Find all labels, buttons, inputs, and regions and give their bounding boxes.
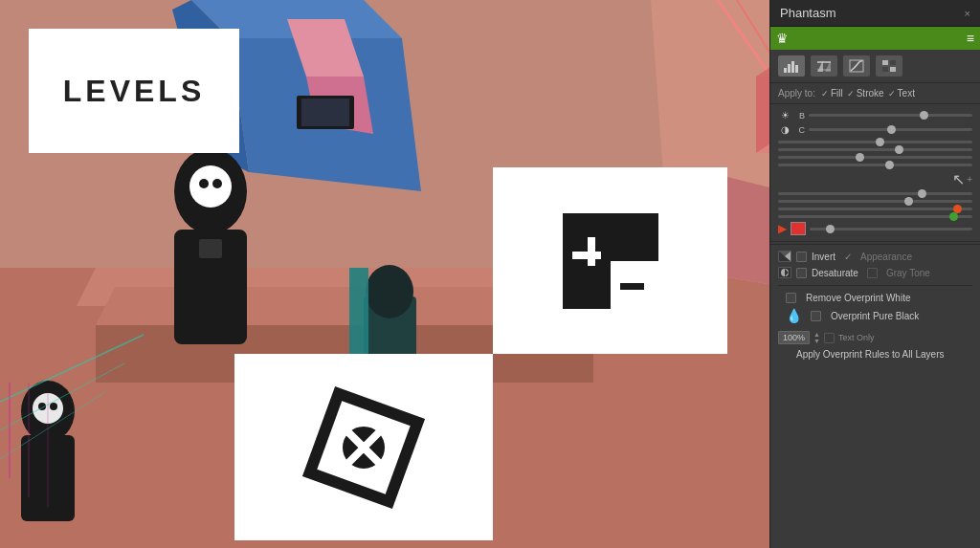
long-slider-green[interactable]	[778, 215, 972, 218]
color-swatch-row: ▶	[770, 218, 980, 239]
divider-1	[770, 241, 980, 242]
svg-point-15	[199, 179, 209, 188]
long-slider-4[interactable]	[778, 164, 972, 166]
overprint-black-label: Overprint Pure Black	[831, 311, 919, 321]
cursor-plus-icon: +	[967, 174, 972, 185]
desaturate-row: Desaturate Gray Tone	[778, 267, 972, 278]
contrast-thumb[interactable]	[887, 125, 896, 134]
plus-minus-icon	[548, 199, 673, 323]
appearance-label: Appearance	[860, 252, 912, 262]
slider-5-thumb[interactable]	[918, 189, 926, 198]
svg-rect-53	[791, 61, 794, 73]
slider-4-thumb[interactable]	[885, 161, 894, 169]
graytone-label: Gray Tone	[886, 268, 930, 278]
circle-slash-card	[234, 354, 493, 540]
long-slider-orange[interactable]	[778, 208, 972, 210]
invert-checkbox[interactable]	[796, 252, 807, 262]
slider-green-thumb[interactable]	[949, 212, 958, 221]
stroke-checkbox[interactable]: ✓ Stroke	[847, 88, 884, 99]
cursor-area: ↖ +	[770, 166, 980, 192]
svg-rect-41	[588, 237, 595, 266]
svg-rect-7	[301, 99, 349, 126]
long-slider-5[interactable]	[778, 192, 972, 195]
text-only-checkbox[interactable]	[824, 333, 835, 343]
levels-card: LEVELS	[29, 29, 239, 153]
svg-point-16	[212, 179, 222, 188]
plus-minus-card	[493, 167, 727, 354]
circle-slash-icon	[297, 381, 431, 515]
color-arrow-icon[interactable]: ▶	[778, 222, 787, 235]
contrast-row: ◑ C	[778, 124, 972, 135]
levels-label: LEVELS	[63, 74, 205, 109]
slider-row-2	[778, 148, 972, 151]
svg-rect-63	[890, 67, 896, 72]
contrast-slider[interactable]	[809, 128, 972, 131]
gradient-tool-button[interactable]	[811, 55, 837, 77]
apply-rules-row: Apply Overprint Rules to All Layers	[770, 346, 980, 362]
desaturate-icon	[778, 267, 791, 278]
crown-icon: ♛	[776, 31, 789, 46]
desaturate-checkbox[interactable]	[796, 268, 807, 278]
percentage-arrows[interactable]: ▲ ▼	[813, 331, 820, 344]
apply-to-row: Apply to: ✓ Fill ✓ Stroke ✓ Text	[770, 83, 980, 104]
remove-overprint-label: Remove Overprint White	[806, 293, 910, 303]
c-label: C	[795, 125, 805, 135]
slider-row-4	[778, 164, 972, 166]
svg-point-19	[366, 265, 413, 318]
remove-overprint-checkbox[interactable]	[786, 293, 796, 303]
brightness-slider[interactable]	[809, 114, 972, 117]
color-slider[interactable]	[810, 228, 972, 230]
svg-rect-60	[882, 60, 888, 65]
percentage-value[interactable]: 100%	[778, 331, 810, 344]
curves-tool-button[interactable]	[843, 55, 870, 77]
svg-rect-40	[572, 252, 601, 259]
crown-bar: ♛ ≡	[770, 27, 980, 50]
svg-rect-17	[199, 239, 222, 258]
pattern-tool-button[interactable]	[876, 55, 902, 77]
pct-up-arrow[interactable]: ▲	[813, 331, 820, 338]
slider-row-3	[778, 156, 972, 159]
fill-checkbox[interactable]: ✓ Fill	[821, 88, 843, 99]
desaturate-label: Desaturate	[812, 268, 858, 278]
contrast-icon: ◑	[778, 124, 791, 135]
fill-label: Fill	[831, 88, 843, 99]
overprint-black-checkbox[interactable]	[811, 311, 821, 321]
color-swatch[interactable]	[791, 222, 806, 235]
slider-row-1	[778, 141, 972, 143]
tool-icons-row	[770, 50, 980, 83]
long-slider-3[interactable]	[778, 156, 972, 159]
color-slider-thumb[interactable]	[826, 225, 835, 233]
drop-icon: 💧	[786, 308, 802, 323]
slider-row-6	[778, 200, 972, 203]
svg-rect-61	[890, 60, 896, 65]
divider-2	[778, 285, 972, 286]
histogram-tool-button[interactable]	[778, 55, 805, 77]
invert-row: Invert ✓ Appearance	[778, 251, 972, 262]
slider-1-thumb[interactable]	[876, 138, 884, 146]
svg-rect-54	[795, 65, 798, 73]
text-checkbox[interactable]: ✓ Text	[888, 88, 915, 99]
brightness-row: ☀ B	[778, 110, 972, 121]
graytone-checkbox[interactable]	[867, 268, 878, 278]
long-slider-1[interactable]	[778, 141, 972, 143]
brightness-thumb[interactable]	[920, 111, 928, 120]
long-slider-6[interactable]	[778, 200, 972, 203]
remove-overprint-row: Remove Overprint White	[778, 293, 972, 303]
cursor-icon: ↖	[952, 170, 965, 188]
checkboxes-section: Invert ✓ Appearance Desaturate Gray Tone…	[770, 244, 980, 329]
long-slider-2[interactable]	[778, 148, 972, 151]
b-label: B	[795, 111, 805, 121]
slider-6-thumb[interactable]	[904, 197, 913, 206]
panel-close-button[interactable]: ×	[965, 8, 970, 19]
menu-icon[interactable]: ≡	[967, 31, 974, 46]
text-label: Text	[898, 88, 915, 99]
svg-point-25	[50, 403, 57, 410]
percentage-row: 100% ▲ ▼ Text Only	[770, 329, 980, 346]
slider-3-thumb[interactable]	[856, 153, 864, 162]
svg-rect-51	[784, 68, 787, 73]
stroke-label: Stroke	[857, 88, 884, 99]
slider-row-orange	[778, 208, 972, 210]
slider-2-thumb[interactable]	[895, 145, 903, 154]
pct-down-arrow[interactable]: ▼	[813, 338, 820, 344]
long-sliders-area	[770, 141, 980, 166]
